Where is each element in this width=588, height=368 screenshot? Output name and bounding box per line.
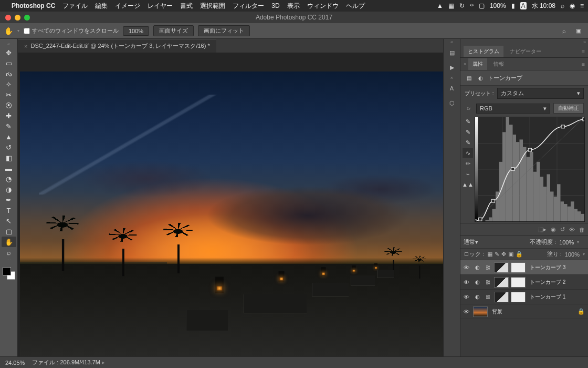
menu-help[interactable]: ヘルプ bbox=[346, 2, 365, 11]
visibility-toggle-icon[interactable]: 👁 bbox=[464, 279, 471, 285]
menu-view[interactable]: 表示 bbox=[287, 2, 300, 11]
scroll-all-checkbox[interactable]: すべてのウィンドウをスクロール bbox=[24, 27, 119, 35]
visibility-toggle-icon[interactable]: 👁 bbox=[464, 309, 471, 315]
tool-marquee[interactable]: ▭ bbox=[2, 58, 16, 68]
search-icon[interactable]: ⌕ bbox=[559, 26, 569, 36]
panel-menu-icon[interactable]: ≡ bbox=[582, 48, 585, 55]
lock-artboard-icon[interactable]: ▣ bbox=[508, 251, 513, 258]
zoom-value[interactable]: 24.05% bbox=[5, 360, 25, 366]
tab-properties[interactable]: 属性 bbox=[468, 58, 487, 70]
wifi-icon[interactable]: ⌔ bbox=[470, 2, 474, 9]
app-name[interactable]: Photoshop CC bbox=[12, 2, 55, 9]
tool-history-brush[interactable]: ↺ bbox=[2, 142, 16, 152]
lock-all-icon[interactable]: 🔒 bbox=[516, 251, 523, 258]
zoom-100-button[interactable]: 100% bbox=[123, 26, 149, 36]
document-tab[interactable]: × DSC_2247-Edit-Edit.tif @ 24% (トーンカーブ 3… bbox=[18, 39, 216, 53]
hand-tool-icon[interactable]: ✋ bbox=[4, 27, 13, 35]
tool-move[interactable]: ✥ bbox=[2, 47, 16, 58]
canvas[interactable] bbox=[18, 53, 443, 356]
tone-curve[interactable] bbox=[475, 117, 585, 222]
character-panel-icon[interactable]: A bbox=[444, 81, 460, 96]
close-window-button[interactable] bbox=[5, 15, 11, 21]
auto-button[interactable]: 自動補正 bbox=[553, 103, 584, 114]
maximize-window-button[interactable] bbox=[24, 15, 30, 21]
menu-type[interactable]: 書式 bbox=[180, 2, 193, 11]
close-tab-icon[interactable]: × bbox=[24, 43, 27, 49]
tab-info[interactable]: 情報 bbox=[489, 58, 508, 70]
opacity-value[interactable]: 100% bbox=[559, 239, 574, 246]
close-panel-icon[interactable]: × bbox=[464, 62, 466, 67]
brushes-panel-icon[interactable]: ⬡ bbox=[444, 96, 460, 110]
cloud-icon[interactable]: ▲ bbox=[437, 2, 443, 9]
menu-filter[interactable]: フィルター bbox=[233, 2, 264, 11]
target-adjustment-icon[interactable]: ☞ bbox=[465, 104, 473, 113]
tool-heal[interactable]: ✚ bbox=[2, 110, 16, 121]
tab-histogram[interactable]: ヒストグラム bbox=[464, 46, 503, 57]
fill-value[interactable]: 100% bbox=[565, 251, 580, 258]
actions-panel-icon[interactable]: ▶ bbox=[444, 60, 460, 75]
tool-type[interactable]: T bbox=[2, 205, 16, 216]
visibility-toggle-icon[interactable]: 👁 bbox=[464, 294, 471, 300]
delete-adjustment-icon[interactable]: 🗑 bbox=[579, 227, 585, 233]
layer-item[interactable]: 👁◐⛓トーンカーブ 2 bbox=[460, 275, 588, 290]
battery-icon[interactable]: ▮ bbox=[511, 2, 515, 9]
menu-edit[interactable]: 編集 bbox=[95, 2, 108, 11]
tool-eraser[interactable]: ◧ bbox=[2, 152, 16, 163]
tool-lasso[interactable]: ᔔ bbox=[2, 68, 16, 79]
spotlight-icon[interactable]: ⌕ bbox=[561, 2, 564, 9]
fit-screen-button[interactable]: 画面サイズ bbox=[153, 25, 194, 36]
tool-brush[interactable]: ✎ bbox=[2, 121, 16, 131]
visibility-toggle-icon[interactable]: 👁 bbox=[464, 264, 471, 271]
preset-select[interactable]: カスタム▾ bbox=[497, 88, 584, 99]
workspace-icon[interactable]: ▣ bbox=[573, 26, 584, 36]
history-panel-icon[interactable]: ▤ bbox=[444, 45, 460, 60]
curve-draw-tool-icon[interactable]: ✏ bbox=[463, 159, 473, 168]
tab-navigator[interactable]: ナビゲーター bbox=[506, 46, 545, 57]
eyedropper-black-icon[interactable]: ✎ bbox=[463, 117, 473, 126]
clip-to-layer-icon[interactable]: ⬚▸ bbox=[538, 226, 547, 233]
menu-select[interactable]: 選択範囲 bbox=[200, 2, 225, 11]
lock-position-icon[interactable]: ✥ bbox=[501, 251, 506, 258]
menu-layer[interactable]: レイヤー bbox=[148, 2, 173, 11]
menu-window[interactable]: ウィンドウ bbox=[307, 2, 339, 11]
siri-icon[interactable]: ◉ bbox=[570, 2, 575, 9]
curve-point-tool-icon[interactable]: ∿ bbox=[463, 148, 473, 158]
menu-file[interactable]: ファイル bbox=[62, 2, 88, 11]
tool-shape[interactable]: ▢ bbox=[2, 226, 16, 237]
menu-image[interactable]: イメージ bbox=[115, 2, 140, 11]
layer-item[interactable]: 👁背景🔒 bbox=[460, 304, 588, 319]
airplay-icon[interactable]: ▢ bbox=[479, 2, 485, 9]
sync-icon[interactable]: ↻ bbox=[459, 2, 465, 9]
blend-mode-select[interactable]: 通常▾ bbox=[464, 238, 527, 246]
cc-icon[interactable]: ▦ bbox=[448, 2, 454, 9]
tool-blur[interactable]: ◔ bbox=[2, 173, 16, 184]
tool-hand[interactable]: ✋ bbox=[2, 237, 16, 247]
toggle-visibility-icon[interactable]: ◉ bbox=[551, 226, 556, 233]
tool-wand[interactable]: ✧ bbox=[2, 79, 16, 89]
view-previous-icon[interactable]: 👁 bbox=[569, 227, 575, 233]
lock-pixels-icon[interactable]: ✎ bbox=[495, 251, 499, 258]
collapse-icon[interactable]: « bbox=[444, 39, 460, 45]
curve-smooth-icon[interactable]: ⌁ bbox=[463, 169, 473, 179]
layer-item[interactable]: 👁◐⛓トーンカーブ 1 bbox=[460, 290, 588, 304]
channel-select[interactable]: RGB▾ bbox=[476, 104, 550, 114]
minimize-window-button[interactable] bbox=[15, 15, 20, 21]
eyedropper-gray-icon[interactable]: ✎ bbox=[463, 127, 473, 137]
layer-item[interactable]: 👁◐⛓トーンカーブ 3 bbox=[460, 260, 588, 275]
tool-eyedropper[interactable]: ⦿ bbox=[2, 100, 16, 110]
document-info[interactable]: ファイル : 206.9M/413.7M bbox=[32, 359, 105, 366]
tool-zoom[interactable]: ⌕ bbox=[2, 247, 16, 258]
eyedropper-white-icon[interactable]: ✎ bbox=[463, 138, 473, 147]
tool-crop[interactable]: ✂ bbox=[2, 89, 16, 100]
fit-on-screen-button[interactable]: 画面にフィット bbox=[198, 25, 250, 36]
curve-options-icon[interactable]: ▲▲ bbox=[463, 180, 473, 189]
tool-gradient[interactable]: ▬ bbox=[2, 163, 16, 173]
tool-pen[interactable]: ✒ bbox=[2, 195, 16, 205]
reset-icon[interactable]: ↺ bbox=[560, 226, 565, 233]
tool-path[interactable]: ↖ bbox=[2, 216, 16, 226]
clock[interactable]: 水 10:08 bbox=[532, 2, 555, 11]
ime-icon[interactable]: A bbox=[520, 2, 527, 9]
menu-3d[interactable]: 3D bbox=[271, 2, 279, 9]
tool-stamp[interactable]: ▲ bbox=[2, 131, 16, 142]
lock-transparent-icon[interactable]: ▦ bbox=[487, 251, 492, 258]
